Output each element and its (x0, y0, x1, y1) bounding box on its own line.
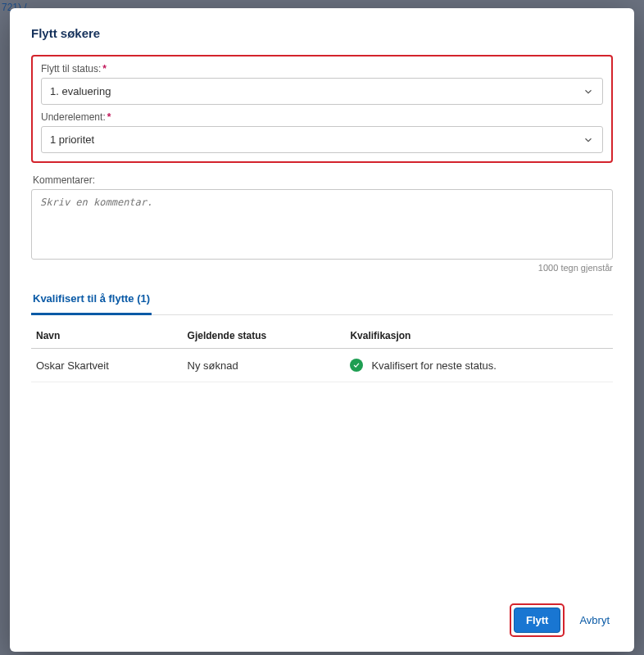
modal-footer: Flytt Avbryt (31, 594, 613, 637)
cell-qualification: Kvalifisert for neste status. (345, 349, 613, 382)
comments-label: Kommentarer: (33, 174, 613, 186)
move-button-highlight: Flytt (510, 603, 565, 637)
required-asterisk: * (102, 63, 107, 75)
cell-status: Ny søknad (183, 349, 346, 382)
subelement-label: Underelement:* (41, 111, 603, 123)
col-qualification: Kvalifikasjon (345, 322, 613, 349)
col-name: Navn (31, 322, 183, 349)
status-select-value: 1. evaluering (50, 85, 111, 97)
cell-name: Oskar Skartveit (31, 349, 183, 382)
chevron-down-icon (583, 86, 594, 97)
applicants-table: Navn Gjeldende status Kvalifikasjon Oska… (31, 322, 613, 382)
required-asterisk: * (107, 111, 111, 123)
col-status: Gjeldende status (183, 322, 346, 349)
chevron-down-icon (583, 134, 594, 146)
status-label-text: Flytt til status: (41, 63, 101, 75)
cell-qualification-text: Kvalifisert for neste status. (371, 359, 496, 372)
table-header-row: Navn Gjeldende status Kvalifikasjon (31, 322, 613, 349)
move-button[interactable]: Flytt (514, 608, 560, 633)
tabs: Kvalifisert til å flytte (1) (31, 287, 613, 315)
subelement-select[interactable]: 1 prioritet (41, 126, 603, 153)
status-label: Flytt til status:* (41, 63, 603, 75)
cancel-button[interactable]: Avbryt (576, 609, 613, 631)
comments-textarea[interactable] (31, 189, 613, 260)
tab-qualified[interactable]: Kvalifisert til å flytte (1) (31, 287, 152, 315)
table-row: Oskar Skartveit Ny søknad Kvalifisert fo… (31, 349, 613, 382)
chars-remaining: 1000 tegn gjenstår (31, 263, 613, 273)
check-circle-icon (350, 359, 363, 372)
status-select[interactable]: 1. evaluering (41, 78, 603, 105)
subelement-select-value: 1 prioritet (50, 133, 94, 146)
status-fields-highlighted-group: Flytt til status:* 1. evaluering Underel… (31, 55, 613, 163)
move-applicants-modal: Flytt søkere Flytt til status:* 1. evalu… (10, 8, 634, 652)
subelement-label-text: Underelement: (41, 111, 106, 123)
modal-title: Flytt søkere (31, 26, 613, 40)
